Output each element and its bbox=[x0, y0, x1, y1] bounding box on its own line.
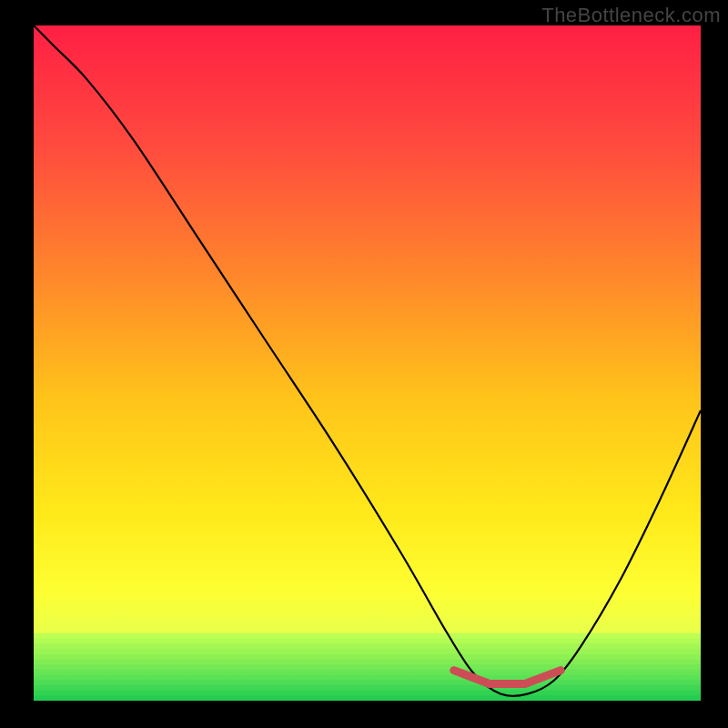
svg-rect-8 bbox=[34, 670, 701, 675]
bottleneck-curve-chart bbox=[0, 0, 728, 728]
svg-rect-13 bbox=[34, 695, 701, 701]
svg-rect-14 bbox=[34, 701, 701, 706]
svg-rect-5 bbox=[34, 654, 701, 660]
svg-rect-9 bbox=[34, 674, 701, 680]
svg-rect-3 bbox=[34, 643, 701, 649]
svg-rect-6 bbox=[34, 659, 701, 664]
good-zone-band bbox=[34, 633, 701, 706]
svg-rect-12 bbox=[34, 691, 701, 696]
svg-rect-2 bbox=[34, 639, 701, 644]
svg-rect-10 bbox=[34, 680, 701, 685]
svg-rect-4 bbox=[34, 649, 701, 654]
gradient-background bbox=[34, 25, 701, 701]
svg-rect-11 bbox=[34, 685, 701, 691]
svg-rect-1 bbox=[34, 633, 701, 639]
svg-rect-7 bbox=[34, 664, 701, 670]
chart-frame: TheBottleneck.com bbox=[0, 0, 728, 728]
